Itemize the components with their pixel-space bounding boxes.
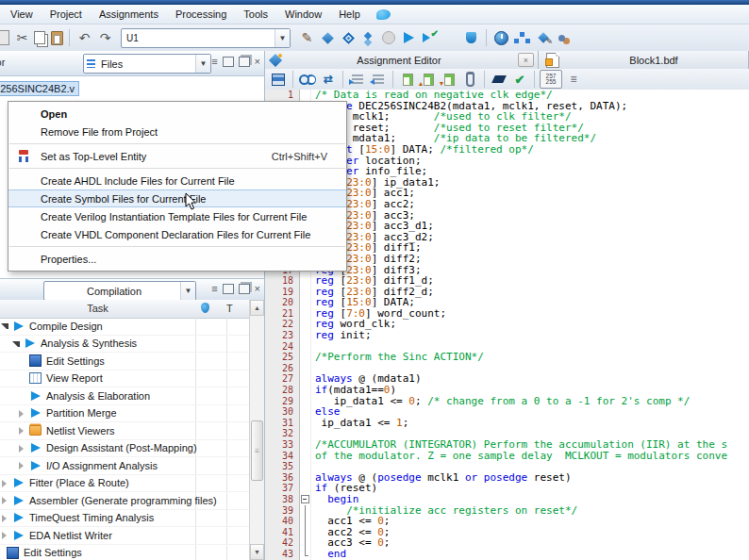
menu-item-1[interactable]: Remove File from Project xyxy=(8,123,346,140)
outdent-icon[interactable] xyxy=(369,71,388,88)
diamond-gear-icon[interactable] xyxy=(340,28,358,47)
fold-marker-icon[interactable] xyxy=(300,494,311,505)
menu-item-5[interactable]: Create AHDL Include Files for Current Fi… xyxy=(8,172,346,189)
tasks-scrollbar[interactable]: ▲ ≡ ▼ xyxy=(249,300,264,560)
menu-item-7[interactable]: Create Verilog Instantiation Template Fi… xyxy=(8,207,346,225)
programmer-icon[interactable] xyxy=(555,28,573,47)
scroll-up-icon[interactable]: ▲ xyxy=(250,300,264,316)
menu-processing[interactable]: Processing xyxy=(167,7,235,22)
expand-arrow-icon[interactable] xyxy=(0,479,8,487)
play-icon[interactable] xyxy=(400,28,418,47)
indent-icon[interactable] xyxy=(348,71,367,88)
panel-menu-icon[interactable]: ≡ xyxy=(211,283,217,294)
expand-arrow-icon[interactable] xyxy=(17,444,25,453)
arrow-spacer xyxy=(17,391,25,400)
expand-arrow-icon[interactable] xyxy=(0,496,8,504)
task-row[interactable]: Analysis & Synthesis xyxy=(0,336,250,354)
drop-icon[interactable] xyxy=(462,28,480,47)
float-panel-icon[interactable] xyxy=(239,57,250,67)
check-play2-icon[interactable] xyxy=(441,28,459,47)
attach-icon[interactable] xyxy=(460,71,479,88)
task-row[interactable]: Partition Merge xyxy=(0,405,250,423)
flow-combobox-value: Compilation xyxy=(44,286,180,297)
menu-window[interactable]: Window xyxy=(276,7,330,22)
flow-combobox[interactable]: Compilation ▼ xyxy=(43,281,196,301)
expand-arrow-icon[interactable] xyxy=(0,531,8,539)
check-play-icon[interactable] xyxy=(421,28,439,47)
menu-tools[interactable]: Tools xyxy=(235,7,276,22)
menu-item-0[interactable]: Open xyxy=(8,105,346,123)
expand-arrow-icon[interactable] xyxy=(17,426,25,435)
menu-assignments[interactable]: Assignments xyxy=(91,7,167,22)
comment-block-icon[interactable] xyxy=(490,71,508,88)
menu-item-3[interactable]: Set as Top-Level EntityCtrl+Shift+V xyxy=(8,147,346,165)
folder-icon xyxy=(29,424,42,436)
task-row[interactable]: Compile Design xyxy=(0,318,250,336)
diamond-pair-icon[interactable] xyxy=(360,28,378,47)
close-panel-icon[interactable]: × xyxy=(255,283,260,294)
menu-project[interactable]: Project xyxy=(42,7,91,22)
task-row[interactable]: Edit Settings xyxy=(0,545,250,560)
tab-assignment-editor[interactable]: Assignment Editor × xyxy=(265,51,539,70)
clock-icon[interactable] xyxy=(492,28,510,47)
task-row[interactable]: View Report xyxy=(0,371,250,388)
hier-icon[interactable] xyxy=(513,28,531,47)
close-tab-icon[interactable]: × xyxy=(518,53,534,67)
navigator-mode-combobox[interactable]: Files ▼ xyxy=(83,54,211,74)
redo-icon[interactable]: ↷ xyxy=(96,28,114,47)
paste-icon[interactable] xyxy=(51,31,63,45)
task-row[interactable]: TimeQuest Timing Analysis xyxy=(0,510,250,528)
task-row[interactable]: EDA Netlist Writer xyxy=(0,527,250,545)
chevron-down-icon[interactable]: ▼ xyxy=(275,29,290,47)
task-row[interactable]: Design Assistant (Post-Mapping) xyxy=(0,440,250,458)
symbol-pen-icon[interactable] xyxy=(534,28,552,47)
time-column-label: T xyxy=(226,303,233,314)
task-row[interactable]: Fitter (Place & Route) xyxy=(0,475,250,493)
close-panel-icon[interactable]: × xyxy=(255,56,260,67)
chevron-down-icon[interactable]: ▼ xyxy=(195,55,210,73)
menu-item-6[interactable]: Create Symbol Files for Current File xyxy=(8,189,346,207)
task-row[interactable]: I/O Assignment Analysis xyxy=(0,457,250,475)
stop-disabled-icon[interactable] xyxy=(379,28,397,47)
selected-file-item[interactable]: DEC256SINC24B2.v xyxy=(0,81,79,96)
float-panel-icon[interactable] xyxy=(239,284,250,294)
collapse-arrow-icon[interactable] xyxy=(11,339,20,348)
syntax-check-icon[interactable] xyxy=(510,71,529,88)
line-number: 18 xyxy=(265,275,300,287)
cut-icon[interactable]: ✂ xyxy=(13,28,31,47)
chevron-down-icon[interactable]: ▼ xyxy=(180,282,195,300)
save-icon[interactable] xyxy=(269,71,288,88)
menu-view[interactable]: View xyxy=(2,7,42,22)
whitespace-icon[interactable]: ≡ xyxy=(564,71,583,88)
chat-bubble-icon[interactable] xyxy=(376,9,391,20)
task-row[interactable]: Edit Settings xyxy=(0,353,250,371)
menu-help[interactable]: Help xyxy=(330,7,369,22)
bookmark-prev-icon[interactable] xyxy=(419,71,438,88)
panel-menu-icon[interactable]: ≡ xyxy=(211,56,217,67)
tab-block1-bdf[interactable]: Block1.bdf xyxy=(539,51,749,70)
scroll-down-icon[interactable]: ▼ xyxy=(250,544,264,560)
task-row[interactable]: Assembler (Generate programming files) xyxy=(0,492,250,510)
find-icon[interactable] xyxy=(298,71,317,88)
replace-icon[interactable]: ⇄ xyxy=(319,71,338,88)
menu-item-8[interactable]: Create VHDL Component Declaration Files … xyxy=(8,225,346,243)
bookmark-icon[interactable] xyxy=(398,71,417,88)
expand-arrow-icon[interactable] xyxy=(0,514,8,522)
collapse-arrow-icon[interactable] xyxy=(0,321,8,330)
clip-part-icon[interactable] xyxy=(0,30,9,45)
pin-panel-icon[interactable] xyxy=(223,284,234,294)
bookmark-next-icon[interactable] xyxy=(440,71,458,88)
task-row[interactable]: Analysis & Elaboration xyxy=(0,387,250,405)
diamond-icon[interactable] xyxy=(319,28,337,47)
scrollbar-thumb[interactable]: ≡ xyxy=(251,420,263,481)
expand-arrow-icon[interactable] xyxy=(17,461,25,469)
expand-arrow-icon[interactable] xyxy=(17,409,25,418)
task-row[interactable]: Netlist Viewers xyxy=(0,422,250,440)
entity-combobox[interactable]: U1 ▼ xyxy=(121,28,291,48)
line-numbers-icon[interactable]: 257255 xyxy=(540,70,562,89)
undo-icon[interactable]: ↶ xyxy=(75,28,93,47)
copy-icon[interactable] xyxy=(34,31,45,44)
pen-icon[interactable]: ✎ xyxy=(298,28,316,47)
pin-panel-icon[interactable] xyxy=(223,57,234,67)
menu-item-10[interactable]: Properties... xyxy=(8,250,346,268)
